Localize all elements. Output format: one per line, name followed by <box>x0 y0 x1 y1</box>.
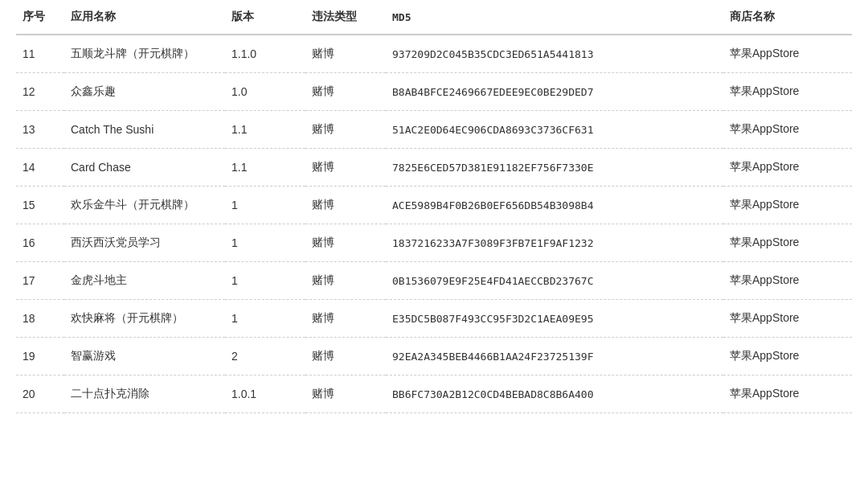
cell-store: 苹果AppStore <box>723 300 852 338</box>
cell-md5: E35DC5B087F493CC95F3D2C1AEA09E95 <box>386 300 723 338</box>
cell-store: 苹果AppStore <box>723 35 852 73</box>
cell-md5: BB6FC730A2B12C0CD4BEBAD8C8B6A400 <box>386 375 723 413</box>
cell-store: 苹果AppStore <box>723 262 852 300</box>
cell-md5: 937209D2C045B35CDC3ED651A5441813 <box>386 35 723 73</box>
table-row: 15欢乐金牛斗（开元棋牌）1赌博ACE5989B4F0B26B0EF656DB5… <box>16 187 852 224</box>
cell-version: 1 <box>225 262 305 300</box>
cell-version: 2 <box>225 338 305 375</box>
header-store: 商店名称 <box>723 0 852 35</box>
cell-name: 五顺龙斗牌（开元棋牌） <box>64 35 225 73</box>
table-row: 18欢快麻将（开元棋牌）1赌博E35DC5B087F493CC95F3D2C1A… <box>16 300 852 338</box>
cell-md5: 51AC2E0D64EC906CDA8693C3736CF631 <box>386 111 723 149</box>
cell-name: 欢乐金牛斗（开元棋牌） <box>64 187 225 224</box>
cell-name: 西沃西沃党员学习 <box>64 224 225 262</box>
cell-type: 赌博 <box>305 149 386 187</box>
cell-type: 赌博 <box>305 300 386 338</box>
header-type: 违法类型 <box>305 0 386 35</box>
table-row: 14Card Chase1.1赌博7825E6CED57D381E91182EF… <box>16 149 852 187</box>
table-header-row: 序号 应用名称 版本 违法类型 MD5 商店名称 <box>16 0 852 35</box>
cell-md5: 7825E6CED57D381E91182EF756F7330E <box>386 149 723 187</box>
data-table: 序号 应用名称 版本 违法类型 MD5 商店名称 11五顺龙斗牌（开元棋牌）1.… <box>16 0 852 413</box>
cell-store: 苹果AppStore <box>723 187 852 224</box>
table-row: 11五顺龙斗牌（开元棋牌）1.1.0赌博937209D2C045B35CDC3E… <box>16 35 852 73</box>
cell-store: 苹果AppStore <box>723 149 852 187</box>
cell-store: 苹果AppStore <box>723 224 852 262</box>
cell-name: Card Chase <box>64 149 225 187</box>
cell-md5: B8AB4BFCE2469667EDEE9EC0BE29DED7 <box>386 73 723 111</box>
cell-name: 众鑫乐趣 <box>64 73 225 111</box>
cell-seq: 19 <box>16 338 64 375</box>
cell-version: 1.1 <box>225 149 305 187</box>
cell-type: 赌博 <box>305 262 386 300</box>
cell-type: 赌博 <box>305 338 386 375</box>
cell-type: 赌博 <box>305 35 386 73</box>
cell-seq: 20 <box>16 375 64 413</box>
cell-type: 赌博 <box>305 187 386 224</box>
cell-md5: 92EA2A345BEB4466B1AA24F23725139F <box>386 338 723 375</box>
table-row: 19智赢游戏2赌博92EA2A345BEB4466B1AA24F23725139… <box>16 338 852 375</box>
cell-name: 智赢游戏 <box>64 338 225 375</box>
cell-type: 赌博 <box>305 224 386 262</box>
cell-store: 苹果AppStore <box>723 111 852 149</box>
cell-seq: 17 <box>16 262 64 300</box>
cell-seq: 12 <box>16 73 64 111</box>
cell-seq: 13 <box>16 111 64 149</box>
cell-store: 苹果AppStore <box>723 375 852 413</box>
cell-md5: ACE5989B4F0B26B0EF656DB54B3098B4 <box>386 187 723 224</box>
cell-version: 1.0.1 <box>225 375 305 413</box>
cell-md5: 1837216233A7F3089F3FB7E1F9AF1232 <box>386 224 723 262</box>
cell-type: 赌博 <box>305 111 386 149</box>
cell-store: 苹果AppStore <box>723 73 852 111</box>
cell-seq: 18 <box>16 300 64 338</box>
cell-name: 欢快麻将（开元棋牌） <box>64 300 225 338</box>
cell-version: 1.1.0 <box>225 35 305 73</box>
header-seq: 序号 <box>16 0 64 35</box>
table-row: 12众鑫乐趣1.0赌博B8AB4BFCE2469667EDEE9EC0BE29D… <box>16 73 852 111</box>
cell-seq: 16 <box>16 224 64 262</box>
cell-md5: 0B1536079E9F25E4FD41AECCBD23767C <box>386 262 723 300</box>
table-row: 17金虎斗地主1赌博0B1536079E9F25E4FD41AECCBD2376… <box>16 262 852 300</box>
cell-version: 1 <box>225 187 305 224</box>
cell-version: 1.1 <box>225 111 305 149</box>
table-row: 13Catch The Sushi1.1赌博51AC2E0D64EC906CDA… <box>16 111 852 149</box>
cell-seq: 14 <box>16 149 64 187</box>
table-row: 16西沃西沃党员学习1赌博1837216233A7F3089F3FB7E1F9A… <box>16 224 852 262</box>
cell-version: 1 <box>225 300 305 338</box>
header-md5: MD5 <box>386 0 723 35</box>
cell-name: 金虎斗地主 <box>64 262 225 300</box>
cell-type: 赌博 <box>305 375 386 413</box>
cell-version: 1.0 <box>225 73 305 111</box>
header-name: 应用名称 <box>64 0 225 35</box>
cell-type: 赌博 <box>305 73 386 111</box>
cell-name: Catch The Sushi <box>64 111 225 149</box>
header-version: 版本 <box>225 0 305 35</box>
cell-version: 1 <box>225 224 305 262</box>
cell-store: 苹果AppStore <box>723 338 852 375</box>
cell-seq: 11 <box>16 35 64 73</box>
cell-name: 二十点扑克消除 <box>64 375 225 413</box>
cell-seq: 15 <box>16 187 64 224</box>
table-container: 序号 应用名称 版本 违法类型 MD5 商店名称 11五顺龙斗牌（开元棋牌）1.… <box>0 0 868 413</box>
table-row: 20二十点扑克消除1.0.1赌博BB6FC730A2B12C0CD4BEBAD8… <box>16 375 852 413</box>
